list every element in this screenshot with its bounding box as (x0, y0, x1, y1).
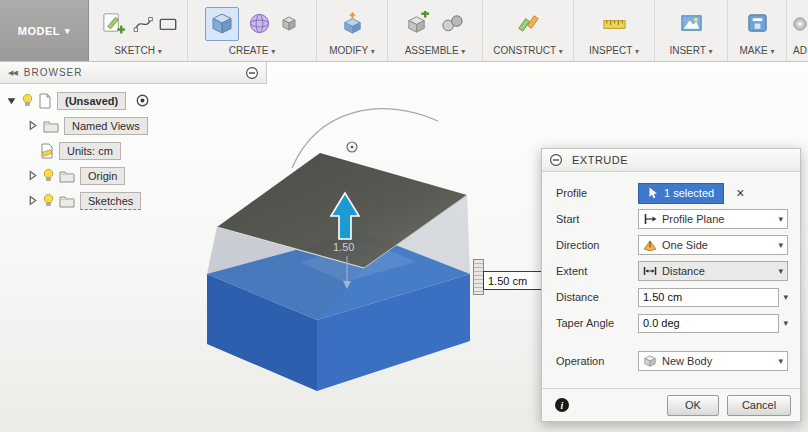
toolbar-group-create: CREATE ▾ (188, 0, 317, 61)
tree-item-label[interactable]: Sketches (80, 192, 141, 210)
units-document-icon (40, 143, 54, 159)
expand-open-icon[interactable] (6, 95, 17, 106)
caret-down-icon: ▾ (371, 47, 375, 56)
visibility-bulb-icon[interactable] (43, 168, 54, 183)
construct-menu[interactable]: CONSTRUCT ▾ (483, 45, 573, 61)
folder-icon (59, 169, 75, 183)
operation-row: Operation New Body ▾ (556, 348, 790, 374)
caret-down-icon: ▾ (778, 214, 783, 224)
extent-label: Extent (556, 265, 638, 277)
tree-item-label[interactable]: Units: cm (59, 142, 121, 160)
caret-down-icon: ▾ (461, 47, 465, 56)
dialog-header[interactable]: EXTRUDE (542, 149, 800, 172)
visibility-bulb-icon[interactable] (43, 193, 54, 208)
profile-selected-button[interactable]: 1 selected (638, 183, 724, 204)
tree-item-units[interactable]: Units: cm (0, 138, 266, 163)
box-primitive-icon[interactable] (279, 9, 299, 39)
assemble-menu[interactable]: ASSEMBLE ▾ (388, 45, 482, 61)
fusion-window: 1.50 MODEL ▾ SK (0, 0, 808, 432)
distance-icon (643, 265, 657, 277)
measure-tool-icon[interactable] (599, 9, 629, 39)
inspect-menu[interactable]: INSPECT ▾ (574, 45, 654, 61)
caret-down-icon: ▾ (65, 26, 70, 36)
construct-plane-icon[interactable] (513, 9, 543, 39)
make-menu[interactable]: MAKE ▾ (728, 45, 786, 61)
toolbar-group-assemble: ASSEMBLE ▾ (388, 0, 483, 61)
tree-item-sketches[interactable]: Sketches (0, 188, 266, 213)
tree-item-root[interactable]: (Unsaved) (0, 88, 266, 113)
toolbar-group-sketch: SKETCH ▾ (89, 0, 188, 61)
caret-down-icon: ▾ (778, 266, 783, 276)
taper-caret-icon[interactable]: ▾ (783, 318, 788, 328)
revolve-tool-icon[interactable] (244, 9, 274, 39)
sketch-menu[interactable]: SKETCH ▾ (89, 45, 187, 61)
profile-row: Profile 1 selected × (556, 180, 790, 206)
distance-caret-icon[interactable]: ▾ (783, 292, 788, 302)
browser-minimize-icon[interactable] (245, 66, 259, 80)
spline-tool-icon[interactable] (133, 9, 153, 39)
ok-button[interactable]: OK (667, 395, 719, 416)
workspace-switcher[interactable]: MODEL ▾ (0, 0, 89, 61)
clear-selection-icon[interactable]: × (736, 187, 744, 199)
cancel-button[interactable]: Cancel (727, 395, 791, 416)
profile-plane-icon (643, 213, 657, 225)
info-icon[interactable]: i (555, 398, 569, 412)
component-document-icon (38, 93, 52, 109)
start-dropdown[interactable]: Profile Plane ▾ (638, 209, 788, 229)
toolbar-group-construct: CONSTRUCT ▾ (483, 0, 574, 61)
browser-title: BROWSER (24, 67, 83, 78)
collapse-dialog-icon[interactable] (549, 153, 563, 167)
operation-dropdown[interactable]: New Body ▾ (638, 351, 788, 371)
cursor-icon (648, 187, 658, 199)
tree-item-label[interactable]: Named Views (64, 117, 148, 135)
direction-dropdown[interactable]: One Side ▾ (638, 235, 788, 255)
extent-dropdown[interactable]: Distance ▾ (638, 261, 788, 281)
toolbar-group-addins: AD (787, 0, 808, 61)
distance-row: Distance ▾ (556, 284, 790, 310)
joint-tool-icon[interactable] (438, 9, 468, 39)
collapse-browser-icon[interactable]: ◀◀ (8, 69, 17, 77)
profile-label: Profile (556, 187, 638, 199)
distance-input[interactable] (638, 288, 779, 307)
browser-header: ◀◀ BROWSER (0, 62, 267, 84)
caret-down-icon: ▾ (771, 47, 775, 56)
direction-row: Direction One Side ▾ (556, 232, 790, 258)
direction-label: Direction (556, 239, 638, 251)
addins-menu[interactable]: AD (787, 45, 808, 61)
caret-down-icon: ▾ (709, 47, 713, 56)
caret-down-icon: ▾ (559, 47, 563, 56)
extrude-tool-icon[interactable] (205, 7, 239, 41)
activate-component-icon[interactable] (135, 93, 150, 108)
dialog-footer: i OK Cancel (542, 388, 800, 421)
visibility-bulb-icon[interactable] (22, 93, 33, 108)
toolbar-group-modify: MODIFY ▾ (317, 0, 388, 61)
tree-item-origin[interactable]: Origin (0, 163, 266, 188)
attached-canvas-icon[interactable] (676, 9, 706, 39)
create-sketch-icon[interactable] (98, 9, 128, 39)
expand-closed-icon[interactable] (27, 170, 38, 181)
press-pull-tool-icon[interactable] (337, 9, 367, 39)
rectangle-tool-icon[interactable] (158, 9, 178, 39)
expand-closed-icon[interactable] (27, 195, 38, 206)
taper-angle-input[interactable] (638, 314, 779, 333)
taper-angle-label: Taper Angle (556, 317, 638, 329)
tree-item-named-views[interactable]: Named Views (0, 113, 266, 138)
browser-tree: (Unsaved) Named Views Units: cm Origin S… (0, 88, 266, 213)
one-side-icon (643, 239, 657, 251)
toolbar-group-inspect: INSPECT ▾ (574, 0, 655, 61)
start-label: Start (556, 213, 638, 225)
expand-closed-icon[interactable] (27, 120, 38, 131)
create-menu[interactable]: CREATE ▾ (188, 45, 316, 61)
modify-menu[interactable]: MODIFY ▾ (317, 45, 387, 61)
dimension-text: 1.50 (333, 241, 354, 253)
folder-icon (59, 194, 75, 208)
tree-item-label[interactable]: Origin (80, 167, 125, 185)
root-component-label[interactable]: (Unsaved) (57, 92, 126, 110)
insert-menu[interactable]: INSERT ▾ (655, 45, 727, 61)
add-ins-icon[interactable] (790, 9, 808, 39)
operation-label: Operation (556, 355, 638, 367)
3d-print-icon[interactable] (742, 9, 772, 39)
new-component-icon[interactable] (403, 9, 433, 39)
distance-label: Distance (556, 291, 638, 303)
caret-down-icon: ▾ (158, 47, 162, 56)
